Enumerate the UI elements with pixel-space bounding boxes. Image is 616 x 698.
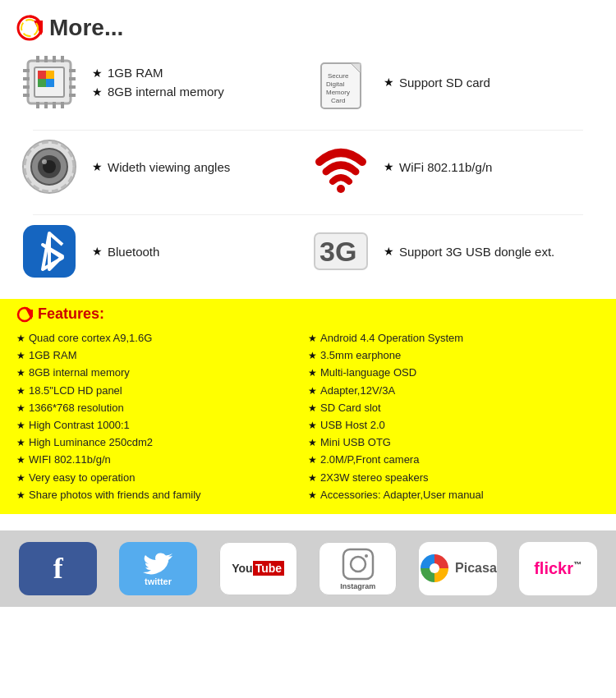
- svg-point-34: [42, 159, 47, 164]
- feature-item: ★ WIFI 802.11b/g/n: [16, 452, 308, 467]
- feature-item: ★ Share photos with friends and family: [16, 488, 308, 503]
- spec-wifi-text: ★ WiFi 802.11b/g/n: [384, 160, 492, 174]
- more-icon: [16, 15, 43, 41]
- spec-bluetooth-text: ★ Bluetooth: [92, 245, 159, 259]
- divider: [33, 130, 583, 131]
- feature-item: ★ Accessories: Adapter,User manual: [308, 488, 600, 503]
- svg-rect-13: [23, 77, 30, 80]
- star-icon: ★: [308, 489, 317, 503]
- specs-row-3: ★ Bluetooth 3G ★ Support 3G USB dongle e…: [16, 218, 600, 284]
- star-icon: ★: [92, 67, 103, 80]
- svg-point-44: [365, 554, 368, 558]
- star-icon: ★: [16, 384, 25, 398]
- feature-item: ★ Android 4.4 Operation System: [308, 331, 600, 346]
- spec-sdcard-line1: ★ Support SD card: [384, 76, 490, 90]
- features-col-right: ★ Android 4.4 Operation System ★ 3.5mm e…: [308, 331, 600, 503]
- feature-item: ★ 8GB internal memory: [16, 365, 308, 380]
- star-icon: ★: [308, 419, 317, 433]
- star-icon: ★: [308, 436, 317, 450]
- youtube-button[interactable]: YouTube: [219, 542, 297, 595]
- svg-rect-17: [69, 77, 76, 80]
- star-icon: ★: [384, 160, 394, 173]
- spec-ram-line1: ★ 1GB RAM: [92, 66, 224, 80]
- star-icon: ★: [16, 489, 25, 503]
- star-icon: ★: [384, 76, 394, 89]
- star-icon: ★: [16, 402, 25, 416]
- star-icon: ★: [92, 245, 103, 258]
- spec-wifi-line1: ★ WiFi 802.11b/g/n: [384, 160, 492, 174]
- feature-item: ★ Mini USB OTG: [308, 435, 600, 450]
- svg-point-45: [430, 563, 439, 573]
- svg-rect-4: [36, 56, 39, 62]
- features-title: Features:: [16, 305, 600, 323]
- flickr-button[interactable]: flickr™: [519, 542, 597, 595]
- star-icon: ★: [16, 332, 25, 346]
- svg-rect-12: [23, 69, 30, 72]
- svg-rect-19: [69, 94, 76, 97]
- feature-item: ★ 18.5"LCD HD panel: [16, 383, 308, 398]
- svg-text:Card: Card: [331, 97, 345, 104]
- features-section: Features: ★ Quad core cortex A9,1.6G ★ 1…: [0, 299, 616, 514]
- youtube-icon: YouTube: [232, 563, 284, 575]
- star-icon: ★: [16, 453, 25, 467]
- spec-ram-line2: ★ 8GB internal memory: [92, 85, 224, 99]
- instagram-label: Instagram: [340, 582, 375, 590]
- features-icon: [16, 306, 33, 323]
- svg-rect-42: [343, 549, 373, 579]
- spec-ram-text: ★ 1GB RAM ★ 8GB internal memory: [92, 66, 224, 99]
- svg-text:Digital: Digital: [326, 80, 344, 88]
- svg-text:Memory: Memory: [326, 89, 350, 96]
- star-icon: ★: [16, 419, 25, 433]
- bluetooth-icon: [16, 218, 82, 284]
- star-icon: ★: [308, 349, 317, 363]
- picasa-button[interactable]: Picasa: [419, 542, 497, 595]
- svg-rect-16: [69, 69, 76, 72]
- instagram-icon: [340, 546, 376, 582]
- feature-item: ★ Multi-language OSD: [308, 365, 600, 380]
- feature-item: ★ 3.5mm earphone: [308, 348, 600, 363]
- wifi-icon: [308, 134, 374, 200]
- feature-item: ★ High Contrast 1000:1: [16, 418, 308, 433]
- sd-card-icon: Secure Digital Memory Card: [308, 49, 374, 115]
- feature-item: ★ Quad core cortex A9,1.6G: [16, 331, 308, 346]
- spec-wifi: ★ WiFi 802.11b/g/n: [308, 134, 600, 200]
- page-title: More...: [49, 15, 123, 41]
- svg-text:Secure: Secure: [328, 72, 349, 80]
- feature-item: ★ High Luminance 250cdm2: [16, 435, 308, 450]
- specs-section: ★ 1GB RAM ★ 8GB internal memory Secure D…: [0, 49, 616, 284]
- specs-row-2: ★ Wideth viewing angles ★ WiFi 802.11b/g…: [16, 134, 600, 200]
- specs-row-1: ★ 1GB RAM ★ 8GB internal memory Secure D…: [16, 49, 600, 115]
- instagram-button[interactable]: Instagram: [319, 542, 397, 595]
- star-icon: ★: [16, 436, 25, 450]
- features-col-left: ★ Quad core cortex A9,1.6G ★ 1GB RAM ★ 8…: [16, 331, 308, 503]
- lens-icon: [16, 134, 82, 200]
- star-icon: ★: [16, 366, 25, 380]
- star-icon: ★: [16, 349, 25, 363]
- star-icon: ★: [92, 160, 103, 173]
- twitter-button[interactable]: twitter: [119, 542, 197, 595]
- spec-viewing-angles: ★ Wideth viewing angles: [16, 134, 308, 200]
- chip-icon: [16, 49, 82, 115]
- facebook-button[interactable]: f: [19, 542, 97, 595]
- feature-item: ★ 2.0M/P,Front camera: [308, 452, 600, 467]
- star-icon: ★: [308, 366, 317, 380]
- svg-rect-5: [44, 56, 48, 62]
- svg-rect-8: [36, 102, 39, 108]
- page-header: More...: [0, 0, 616, 49]
- svg-rect-9: [44, 102, 48, 108]
- divider: [33, 214, 583, 215]
- svg-rect-22: [38, 79, 46, 87]
- star-icon: ★: [384, 245, 394, 258]
- spec-3g-line1: ★ Support 3G USB dongle ext.: [384, 245, 554, 259]
- spec-ram: ★ 1GB RAM ★ 8GB internal memory: [16, 49, 308, 115]
- svg-rect-21: [46, 71, 54, 79]
- facebook-icon: f: [53, 551, 63, 585]
- star-icon: ★: [92, 85, 103, 99]
- twitter-label: twitter: [145, 576, 172, 586]
- spec-bluetooth-line1: ★ Bluetooth: [92, 245, 159, 259]
- feature-item: ★ USB Host 2.0: [308, 418, 600, 433]
- feature-item: ★ SD Card slot: [308, 401, 600, 416]
- svg-rect-7: [61, 56, 64, 62]
- svg-point-1: [21, 20, 38, 36]
- social-bar: f twitter YouTube Instagram P: [0, 530, 616, 607]
